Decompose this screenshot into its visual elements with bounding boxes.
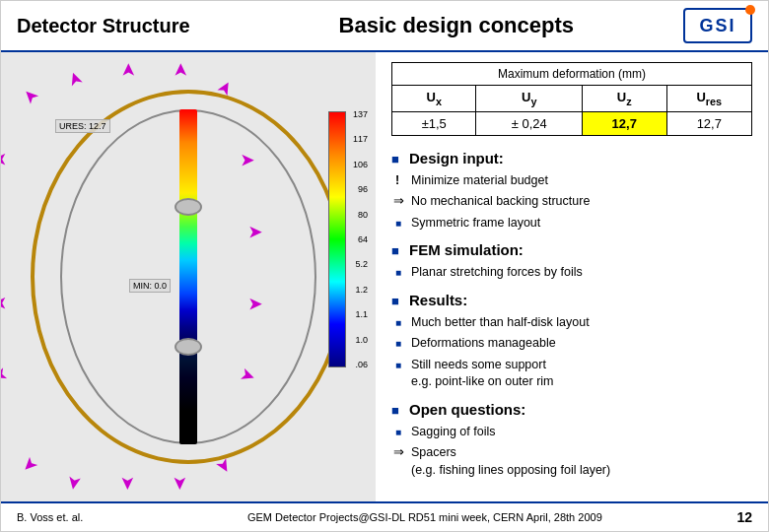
col-uy: Uy — [476, 86, 582, 112]
arrow-t2: ➤ — [118, 64, 137, 77]
open-questions-title: ■ Open questions: — [391, 401, 752, 418]
design-item-3: Symmetric frame layout — [391, 213, 752, 234]
open-questions-list: Sagging of foils Spacers(e.g. fishing li… — [391, 422, 752, 482]
fem-item-1: Planar stretching forces by foils — [391, 262, 752, 284]
table-span-header: Maximum deformation (mm) — [392, 63, 752, 86]
footer-page: 12 — [736, 509, 752, 525]
arrow-t1: ➤ — [64, 70, 86, 89]
header: Detector Structure Basic design concepts… — [1, 1, 768, 52]
footer-center: GEM Detector Projects@GSI-DL RD51 mini w… — [112, 511, 736, 523]
arrow-r1: ➤ — [241, 151, 253, 169]
open-item-2: Spacers(e.g. fishing lines opposing foil… — [391, 442, 752, 481]
logo-dot — [745, 5, 755, 15]
beam-gradient — [179, 109, 197, 444]
footer: B. Voss et. al. GEM Detector Projects@GS… — [1, 501, 768, 531]
design-input-list: Minimize material budget No mechanical b… — [391, 170, 752, 234]
col-uz: Uz — [582, 86, 666, 112]
header-title: Detector Structure — [17, 15, 190, 37]
right-panel: Maximum deformation (mm) Ux Uy Uz Ures ±… — [376, 52, 768, 501]
hole-top — [175, 198, 202, 216]
result-item-1: Much better than half-disk layout — [391, 312, 752, 334]
arrow-l1: ➤ — [1, 151, 6, 169]
content: ➤ ➤ ➤ ➤ ➤ ➤ ➤ ➤ ➤ ➤ ➤ ➤ ➤ ➤ ➤ ➤ ➤ ➤ — [1, 52, 768, 501]
img-label-ures: URES: 12.7 — [55, 119, 110, 133]
arrow-tl1: ➤ — [19, 87, 41, 109]
arrow-r3: ➤ — [248, 295, 261, 313]
val-ures: 12,7 — [666, 111, 751, 135]
fem-title: ■ FEM simulation: — [391, 241, 752, 258]
colorbar-labels: 137 117 106 96 80 64 5.2 1.2 1.1 1.0 .06 — [353, 109, 368, 369]
col-ures: Ures — [666, 86, 751, 112]
results-list: Much better than half-disk layout Deform… — [391, 312, 752, 393]
left-panel: ➤ ➤ ➤ ➤ ➤ ➤ ➤ ➤ ➤ ➤ ➤ ➤ ➤ ➤ ➤ ➤ ➤ ➤ — [1, 52, 376, 501]
header-subtitle: Basic design concepts — [230, 13, 683, 38]
col-ux: Ux — [392, 86, 476, 112]
result-item-3: Still needs some supporte.g. point-like … — [391, 355, 752, 393]
val-uy: ± 0,24 — [476, 111, 582, 135]
design-input-title: ■ Design input: — [391, 150, 752, 166]
slide: Detector Structure Basic design concepts… — [0, 0, 769, 532]
arrow-b3: ➤ — [171, 477, 189, 490]
arrow-l3: ➤ — [1, 295, 6, 313]
result-item-2: Deformations manageable — [391, 333, 752, 355]
fem-list: Planar stretching forces by foils — [391, 262, 752, 284]
open-item-1: Sagging of foils — [391, 422, 752, 443]
results-title: ■ Results: — [391, 292, 752, 308]
arrow-l4: ➤ — [1, 366, 9, 387]
hole-bottom — [175, 338, 202, 356]
arrow-t3: ➤ — [171, 64, 189, 77]
footer-left: B. Voss et. al. — [17, 511, 83, 523]
arrow-b1: ➤ — [64, 475, 85, 491]
deformation-table: Maximum deformation (mm) Ux Uy Uz Ures ±… — [391, 62, 752, 136]
img-label-umin: MIN: 0.0 — [129, 279, 171, 293]
logo: GSI — [683, 8, 752, 43]
gsi-logo: GSI — [683, 8, 752, 43]
arrow-r2: ➤ — [248, 223, 261, 241]
arrow-b2: ➤ — [118, 477, 137, 490]
arrow-bl1: ➤ — [19, 454, 41, 477]
val-uz: 12,7 — [582, 111, 666, 135]
val-ux: ±1,5 — [392, 111, 476, 135]
design-item-2: No mechanical backing structure — [391, 191, 752, 213]
design-item-1: Minimize material budget — [391, 170, 752, 192]
colorbar — [328, 111, 346, 367]
detector-image: ➤ ➤ ➤ ➤ ➤ ➤ ➤ ➤ ➤ ➤ ➤ ➤ ➤ ➤ ➤ ➤ ➤ ➤ — [1, 52, 376, 501]
